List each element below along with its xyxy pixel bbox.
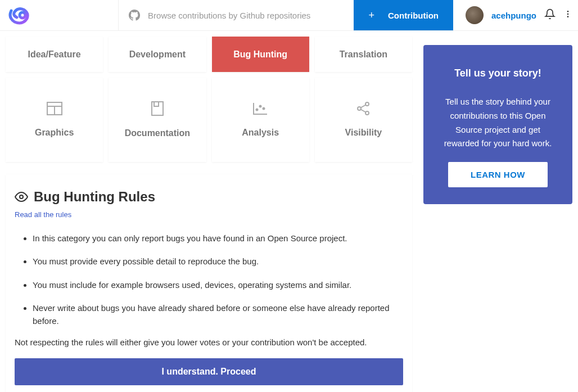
svg-line-15 <box>361 105 366 108</box>
search-area <box>118 0 354 30</box>
story-text: Tell us the story behind your contributi… <box>437 95 559 151</box>
category-translation[interactable]: Translation <box>315 37 412 72</box>
svg-rect-8 <box>154 102 159 106</box>
rules-warning: Not respecting the rules will either giv… <box>15 337 403 347</box>
rules-card: Bug Hunting Rules Read all the rules In … <box>6 174 412 392</box>
logo-area[interactable] <box>0 4 118 26</box>
user-area: acehpungo <box>453 6 578 24</box>
share-icon <box>356 102 371 118</box>
proceed-button[interactable]: I understand. Proceed <box>15 358 403 385</box>
svg-point-11 <box>263 108 265 110</box>
svg-point-3 <box>567 16 569 17</box>
logo-icon <box>7 4 29 26</box>
svg-point-0 <box>20 12 25 18</box>
chart-icon <box>252 102 268 118</box>
eye-icon <box>15 190 28 204</box>
more-icon[interactable] <box>563 10 572 21</box>
contribution-button[interactable]: + Contribution <box>354 0 453 30</box>
rules-title-row: Bug Hunting Rules <box>15 189 403 205</box>
category-analysis[interactable]: Analysis <box>212 78 309 162</box>
category-documentation[interactable]: Documentation <box>109 78 206 162</box>
category-bug-hunting[interactable]: Bug Hunting <box>212 37 309 72</box>
main-content: Idea/Feature Development Bug Hunting Tra… <box>0 31 578 392</box>
category-grid: Idea/Feature Development Bug Hunting Tra… <box>6 37 412 162</box>
book-icon <box>151 101 164 118</box>
rule-item: In this category you can only report bug… <box>33 232 403 245</box>
contribution-label: Contribution <box>388 11 439 20</box>
rules-list: In this category you can only report bug… <box>15 232 403 327</box>
top-bar: + Contribution acehpungo <box>0 0 578 31</box>
svg-point-13 <box>358 107 361 110</box>
svg-point-12 <box>365 102 369 106</box>
story-title: Tell us your story! <box>437 67 559 79</box>
svg-point-17 <box>20 195 23 199</box>
github-icon <box>129 9 140 21</box>
avatar[interactable] <box>466 6 484 24</box>
bell-icon[interactable] <box>544 8 556 22</box>
category-graphics[interactable]: Graphics <box>6 78 103 162</box>
svg-point-9 <box>256 109 258 111</box>
rule-item: You must include for example browsers us… <box>33 278 403 291</box>
rule-item: Never write about bugs you have already … <box>33 301 403 328</box>
username[interactable]: acehpungo <box>491 11 536 20</box>
rules-title: Bug Hunting Rules <box>34 189 155 205</box>
category-visibility[interactable]: Visibility <box>315 78 412 162</box>
svg-point-1 <box>567 11 569 12</box>
read-all-rules-link[interactable]: Read all the rules <box>15 210 71 219</box>
svg-point-2 <box>567 13 569 15</box>
category-idea-feature[interactable]: Idea/Feature <box>6 37 103 72</box>
left-column: Idea/Feature Development Bug Hunting Tra… <box>6 37 412 392</box>
plus-icon: + <box>368 10 374 21</box>
svg-point-10 <box>260 106 261 107</box>
search-input[interactable] <box>148 11 344 20</box>
learn-how-button[interactable]: LEARN HOW <box>448 162 548 187</box>
story-card: Tell us your story! Tell us the story be… <box>423 45 572 204</box>
rule-item: You must provide every possible detail t… <box>33 255 403 268</box>
svg-line-16 <box>361 110 366 112</box>
svg-point-14 <box>365 111 369 115</box>
right-column: Tell us your story! Tell us the story be… <box>423 37 572 204</box>
window-icon <box>47 102 62 118</box>
category-development[interactable]: Development <box>109 37 206 72</box>
